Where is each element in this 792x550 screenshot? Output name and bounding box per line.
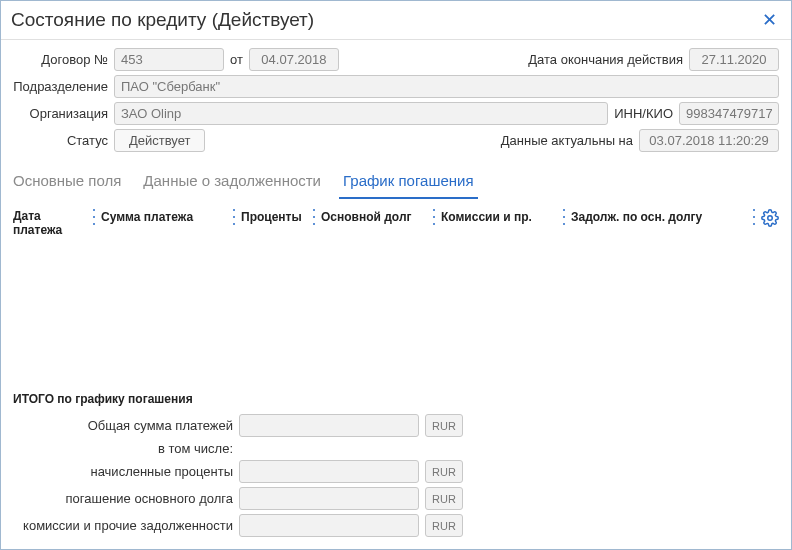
principal-repay-label: погашение основного долга xyxy=(13,491,233,506)
header-form: Договор № от Дата окончания действия Под… xyxy=(1,40,791,162)
column-drag-icon[interactable] xyxy=(233,209,237,225)
window-title: Состояние по кредиту (Действует) xyxy=(11,9,314,31)
tab-main-fields[interactable]: Основные поля xyxy=(9,168,125,199)
tab-debt-data[interactable]: Данные о задолженности xyxy=(139,168,325,199)
currency-badge: RUR xyxy=(425,487,463,510)
currency-badge: RUR xyxy=(425,514,463,537)
accrued-interest-field xyxy=(239,460,419,483)
schedule-grid-area: Дата платежа Сумма платежа Проценты Осно… xyxy=(1,199,791,549)
including-label: в том числе: xyxy=(13,441,233,456)
organization-label: Организация xyxy=(13,106,108,121)
col-interest[interactable]: Проценты xyxy=(233,209,313,225)
column-drag-icon[interactable] xyxy=(433,209,437,225)
close-icon[interactable]: ✕ xyxy=(758,7,781,33)
tab-bar: Основные поля Данные о задолженности Гра… xyxy=(1,162,791,199)
col-fees[interactable]: Комиссии и пр. xyxy=(433,209,563,225)
actual-label: Данные актуальны на xyxy=(501,133,633,148)
column-drag-icon[interactable] xyxy=(563,209,567,225)
col-principal-debt[interactable]: Задолж. по осн. долгу xyxy=(563,209,753,225)
division-label: Подразделение xyxy=(13,79,108,94)
actual-date-field xyxy=(639,129,779,152)
inn-label: ИНН/КИО xyxy=(614,106,673,121)
fees-debt-field xyxy=(239,514,419,537)
grid-body xyxy=(13,241,779,384)
credit-status-window: Состояние по кредиту (Действует) ✕ Догов… xyxy=(0,0,792,550)
col-payment-date[interactable]: Дата платежа xyxy=(13,209,93,237)
titlebar: Состояние по кредиту (Действует) ✕ xyxy=(1,1,791,40)
division-field xyxy=(114,75,779,98)
contract-number-label: Договор № xyxy=(13,52,108,67)
inn-field xyxy=(679,102,779,125)
accrued-interest-label: начисленные проценты xyxy=(13,464,233,479)
column-drag-icon[interactable] xyxy=(753,209,757,225)
col-principal[interactable]: Основной долг xyxy=(313,209,433,225)
total-sum-field xyxy=(239,414,419,437)
totals-header: ИТОГО по графику погашения xyxy=(13,388,779,414)
total-sum-label: Общая сумма платежей xyxy=(13,418,233,433)
status-label: Статус xyxy=(13,133,108,148)
column-drag-icon[interactable] xyxy=(313,209,317,225)
contract-date-field xyxy=(249,48,339,71)
grid-header: Дата платежа Сумма платежа Проценты Осно… xyxy=(13,205,779,241)
totals-section: ИТОГО по графику погашения Общая сумма п… xyxy=(13,384,779,541)
column-drag-icon[interactable] xyxy=(93,209,97,225)
gear-icon[interactable] xyxy=(761,209,779,227)
principal-repay-field xyxy=(239,487,419,510)
currency-badge: RUR xyxy=(425,414,463,437)
tab-repayment-schedule[interactable]: График погашения xyxy=(339,168,478,199)
contract-number-field xyxy=(114,48,224,71)
fees-debt-label: комиссии и прочие задолженности xyxy=(13,518,233,533)
contract-from-label: от xyxy=(230,52,243,67)
svg-point-0 xyxy=(768,216,773,221)
status-value-button[interactable]: Действует xyxy=(114,129,205,152)
expiry-label: Дата окончания действия xyxy=(528,52,683,67)
expiry-date-field xyxy=(689,48,779,71)
currency-badge: RUR xyxy=(425,460,463,483)
col-payment-sum[interactable]: Сумма платежа xyxy=(93,209,233,225)
organization-field xyxy=(114,102,608,125)
